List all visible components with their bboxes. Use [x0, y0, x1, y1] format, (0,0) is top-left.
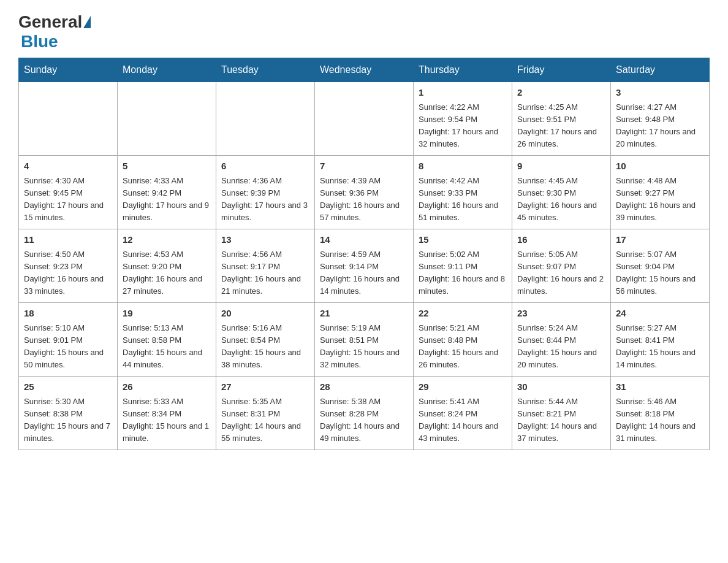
calendar-cell: 14Sunrise: 4:59 AM Sunset: 9:14 PM Dayli… [315, 229, 414, 303]
calendar-cell: 8Sunrise: 4:42 AM Sunset: 9:33 PM Daylig… [414, 156, 512, 229]
calendar-cell: 16Sunrise: 5:05 AM Sunset: 9:07 PM Dayli… [512, 229, 611, 303]
calendar-week-row: 11Sunrise: 4:50 AM Sunset: 9:23 PM Dayli… [19, 229, 710, 303]
logo-triangle-icon [83, 16, 91, 28]
day-info: Sunrise: 5:05 AM Sunset: 9:07 PM Dayligh… [517, 248, 605, 298]
day-number: 29 [419, 380, 507, 394]
calendar-cell: 28Sunrise: 5:38 AM Sunset: 8:28 PM Dayli… [315, 377, 414, 450]
calendar-cell: 27Sunrise: 5:35 AM Sunset: 8:31 PM Dayli… [216, 377, 315, 450]
day-info: Sunrise: 5:27 AM Sunset: 8:41 PM Dayligh… [616, 322, 704, 372]
day-number: 19 [123, 307, 211, 321]
day-info: Sunrise: 5:21 AM Sunset: 8:48 PM Dayligh… [419, 322, 507, 372]
day-number: 7 [320, 159, 408, 174]
day-info: Sunrise: 5:30 AM Sunset: 8:38 PM Dayligh… [24, 396, 112, 445]
calendar-week-row: 18Sunrise: 5:10 AM Sunset: 9:01 PM Dayli… [19, 303, 710, 377]
day-info: Sunrise: 5:07 AM Sunset: 9:04 PM Dayligh… [616, 248, 704, 298]
day-number: 26 [123, 380, 211, 394]
calendar-cell [19, 82, 118, 156]
day-info: Sunrise: 4:22 AM Sunset: 9:54 PM Dayligh… [419, 101, 507, 151]
day-info: Sunrise: 5:44 AM Sunset: 8:21 PM Dayligh… [517, 396, 605, 445]
calendar-cell: 21Sunrise: 5:19 AM Sunset: 8:51 PM Dayli… [315, 303, 414, 377]
day-of-week-header: Thursday [414, 58, 512, 82]
calendar-table: SundayMondayTuesdayWednesdayThursdayFrid… [18, 58, 710, 450]
logo-area: General Blue [18, 12, 92, 52]
day-number: 28 [320, 380, 408, 394]
day-of-week-header: Saturday [611, 58, 710, 82]
day-info: Sunrise: 4:50 AM Sunset: 9:23 PM Dayligh… [24, 248, 112, 298]
day-number: 17 [616, 233, 704, 247]
day-number: 12 [123, 233, 211, 247]
day-number: 10 [616, 159, 704, 174]
day-number: 24 [616, 307, 704, 321]
calendar-cell [216, 82, 315, 156]
day-number: 21 [320, 307, 408, 321]
day-number: 31 [616, 380, 704, 394]
day-number: 18 [24, 307, 112, 321]
calendar-week-row: 4Sunrise: 4:30 AM Sunset: 9:45 PM Daylig… [19, 156, 710, 229]
calendar-cell: 29Sunrise: 5:41 AM Sunset: 8:24 PM Dayli… [414, 377, 512, 450]
calendar-header-row: SundayMondayTuesdayWednesdayThursdayFrid… [19, 58, 710, 82]
day-number: 1 [419, 86, 507, 100]
calendar-cell: 3Sunrise: 4:27 AM Sunset: 9:48 PM Daylig… [611, 82, 710, 156]
logo-blue-text: Blue [21, 32, 58, 51]
day-info: Sunrise: 5:19 AM Sunset: 8:51 PM Dayligh… [320, 322, 408, 372]
day-number: 25 [24, 380, 112, 394]
calendar-cell: 1Sunrise: 4:22 AM Sunset: 9:54 PM Daylig… [414, 82, 512, 156]
day-info: Sunrise: 4:27 AM Sunset: 9:48 PM Dayligh… [616, 101, 704, 151]
day-of-week-header: Tuesday [216, 58, 315, 82]
day-info: Sunrise: 5:02 AM Sunset: 9:11 PM Dayligh… [419, 248, 507, 298]
calendar-cell: 6Sunrise: 4:36 AM Sunset: 9:39 PM Daylig… [216, 156, 315, 229]
calendar-cell: 19Sunrise: 5:13 AM Sunset: 8:58 PM Dayli… [118, 303, 216, 377]
calendar-week-row: 25Sunrise: 5:30 AM Sunset: 8:38 PM Dayli… [19, 377, 710, 450]
day-info: Sunrise: 4:59 AM Sunset: 9:14 PM Dayligh… [320, 248, 408, 298]
day-number: 13 [221, 233, 309, 247]
day-info: Sunrise: 5:46 AM Sunset: 8:18 PM Dayligh… [616, 396, 704, 445]
day-of-week-header: Friday [512, 58, 611, 82]
calendar-cell: 26Sunrise: 5:33 AM Sunset: 8:34 PM Dayli… [118, 377, 216, 450]
calendar-cell: 22Sunrise: 5:21 AM Sunset: 8:48 PM Dayli… [414, 303, 512, 377]
day-info: Sunrise: 4:56 AM Sunset: 9:17 PM Dayligh… [221, 248, 309, 298]
calendar-cell: 2Sunrise: 4:25 AM Sunset: 9:51 PM Daylig… [512, 82, 611, 156]
page-header: General Blue [18, 12, 710, 52]
day-info: Sunrise: 5:10 AM Sunset: 9:01 PM Dayligh… [24, 322, 112, 372]
day-info: Sunrise: 4:48 AM Sunset: 9:27 PM Dayligh… [616, 175, 704, 224]
calendar-cell [118, 82, 216, 156]
day-number: 23 [517, 307, 605, 321]
day-number: 15 [419, 233, 507, 247]
calendar-cell: 25Sunrise: 5:30 AM Sunset: 8:38 PM Dayli… [19, 377, 118, 450]
calendar-cell: 10Sunrise: 4:48 AM Sunset: 9:27 PM Dayli… [611, 156, 710, 229]
day-info: Sunrise: 4:39 AM Sunset: 9:36 PM Dayligh… [320, 175, 408, 224]
day-info: Sunrise: 4:45 AM Sunset: 9:30 PM Dayligh… [517, 175, 605, 224]
day-number: 20 [221, 307, 309, 321]
calendar-cell: 24Sunrise: 5:27 AM Sunset: 8:41 PM Dayli… [611, 303, 710, 377]
calendar-cell: 11Sunrise: 4:50 AM Sunset: 9:23 PM Dayli… [19, 229, 118, 303]
day-number: 27 [221, 380, 309, 394]
day-number: 5 [123, 159, 211, 174]
day-info: Sunrise: 5:35 AM Sunset: 8:31 PM Dayligh… [221, 396, 309, 445]
calendar-cell: 13Sunrise: 4:56 AM Sunset: 9:17 PM Dayli… [216, 229, 315, 303]
day-info: Sunrise: 4:25 AM Sunset: 9:51 PM Dayligh… [517, 101, 605, 151]
day-info: Sunrise: 4:33 AM Sunset: 9:42 PM Dayligh… [123, 175, 211, 224]
day-info: Sunrise: 4:36 AM Sunset: 9:39 PM Dayligh… [221, 175, 309, 224]
logo: General [18, 12, 92, 32]
day-number: 14 [320, 233, 408, 247]
day-number: 30 [517, 380, 605, 394]
calendar-cell: 18Sunrise: 5:10 AM Sunset: 9:01 PM Dayli… [19, 303, 118, 377]
calendar-cell: 20Sunrise: 5:16 AM Sunset: 8:54 PM Dayli… [216, 303, 315, 377]
day-info: Sunrise: 4:53 AM Sunset: 9:20 PM Dayligh… [123, 248, 211, 298]
logo-general-text: General [18, 12, 82, 32]
day-number: 4 [24, 159, 112, 174]
day-info: Sunrise: 5:24 AM Sunset: 8:44 PM Dayligh… [517, 322, 605, 372]
day-info: Sunrise: 5:16 AM Sunset: 8:54 PM Dayligh… [221, 322, 309, 372]
day-info: Sunrise: 4:30 AM Sunset: 9:45 PM Dayligh… [24, 175, 112, 224]
calendar-cell: 30Sunrise: 5:44 AM Sunset: 8:21 PM Dayli… [512, 377, 611, 450]
day-number: 6 [221, 159, 309, 174]
day-of-week-header: Wednesday [315, 58, 414, 82]
day-number: 9 [517, 159, 605, 174]
day-info: Sunrise: 5:41 AM Sunset: 8:24 PM Dayligh… [419, 396, 507, 445]
calendar-cell: 4Sunrise: 4:30 AM Sunset: 9:45 PM Daylig… [19, 156, 118, 229]
calendar-cell: 5Sunrise: 4:33 AM Sunset: 9:42 PM Daylig… [118, 156, 216, 229]
day-of-week-header: Sunday [19, 58, 118, 82]
day-number: 11 [24, 233, 112, 247]
calendar-cell: 17Sunrise: 5:07 AM Sunset: 9:04 PM Dayli… [611, 229, 710, 303]
calendar-cell: 23Sunrise: 5:24 AM Sunset: 8:44 PM Dayli… [512, 303, 611, 377]
